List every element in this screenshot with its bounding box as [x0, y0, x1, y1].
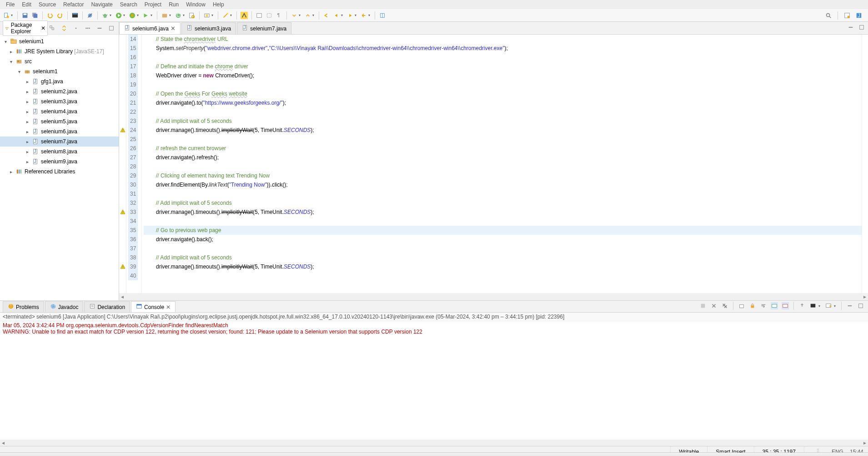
dropdown-arrow-icon[interactable]: ▾: [123, 13, 125, 17]
maximize-view-button[interactable]: [857, 302, 864, 309]
editor-body[interactable]: 1415161718192021222324252627282930313233…: [119, 35, 868, 293]
expand-toggle[interactable]: ▸: [25, 159, 30, 164]
save-all-button[interactable]: [31, 12, 39, 19]
new-class-button[interactable]: C: [175, 12, 182, 19]
maximize-button[interactable]: [108, 25, 115, 32]
view-tab-console[interactable]: Console ✕: [131, 301, 176, 312]
last-edit-button[interactable]: [323, 12, 330, 19]
dropdown-arrow-icon[interactable]: ▾: [299, 13, 301, 17]
scroll-left-icon[interactable]: ◂: [0, 440, 6, 446]
expand-toggle[interactable]: ▾: [3, 39, 8, 44]
menu-run[interactable]: Run: [165, 0, 182, 9]
open-console-button[interactable]: +: [825, 302, 832, 309]
tree-file-selenium2-java[interactable]: ▸ J selenium2.java: [0, 86, 119, 96]
open-type-button[interactable]: [188, 12, 196, 19]
next-annotation-button[interactable]: [291, 12, 298, 19]
tree-file-selenium3-java[interactable]: ▸ J selenium3.java: [0, 96, 119, 106]
marker-bar[interactable]: [119, 35, 126, 293]
dropdown-arrow-icon[interactable]: ▾: [169, 13, 171, 17]
new-button[interactable]: [3, 12, 10, 19]
dropdown-arrow-icon[interactable]: ▾: [368, 13, 370, 17]
package-explorer-tree[interactable]: ▾ selenium1 ▸ JRE System Library [JavaSE…: [0, 35, 119, 300]
dropdown-arrow-icon[interactable]: ▾: [110, 13, 111, 17]
view-menu-button[interactable]: [84, 25, 91, 32]
new-package-button[interactable]: [161, 12, 168, 19]
menu-refactor[interactable]: Refactor: [60, 0, 87, 9]
search-button[interactable]: [203, 12, 211, 19]
forward-history-button[interactable]: [346, 12, 354, 19]
redo-button[interactable]: [56, 12, 64, 19]
expand-toggle[interactable]: ▸: [25, 119, 30, 124]
expand-toggle[interactable]: ▾: [16, 69, 22, 74]
expand-toggle[interactable]: ▸: [25, 79, 30, 84]
show-whitespace-button[interactable]: ¶: [276, 12, 283, 19]
dropdown-arrow-icon[interactable]: ▾: [211, 13, 213, 17]
dropdown-arrow-icon[interactable]: ▾: [183, 13, 185, 17]
dropdown-arrow-icon[interactable]: ▾: [230, 13, 232, 17]
menu-edit[interactable]: Edit: [18, 0, 35, 9]
show-on-stderr-button[interactable]: [782, 302, 789, 309]
prev-annotation-button[interactable]: [304, 12, 311, 19]
minimize-view-button[interactable]: [846, 302, 853, 309]
expand-toggle[interactable]: ▸: [25, 89, 30, 94]
editor-horizontal-scrollbar[interactable]: ◂ ▸: [119, 293, 868, 300]
quick-access-search-icon[interactable]: [825, 12, 832, 19]
clear-console-button[interactable]: [738, 302, 745, 309]
tree-file-gfg1-java[interactable]: ▸ J gfg1.java: [0, 76, 119, 86]
expand-toggle[interactable]: ▸: [25, 149, 30, 154]
menu-navigate[interactable]: Navigate: [87, 0, 116, 9]
dropdown-arrow-icon[interactable]: ▾: [818, 304, 820, 308]
console-horizontal-scrollbar[interactable]: ◂ ▸: [0, 440, 868, 446]
menu-help[interactable]: Help: [209, 0, 228, 9]
scroll-right-icon[interactable]: ▸: [862, 440, 868, 446]
tree-jre[interactable]: ▸ JRE System Library [JavaSE-17]: [0, 46, 119, 56]
expand-toggle[interactable]: ▸: [25, 139, 30, 144]
tree-project[interactable]: ▾ selenium1: [0, 36, 119, 46]
dropdown-arrow-icon[interactable]: ▾: [137, 13, 139, 17]
tree-file-selenium7-java[interactable]: ▸ J selenium7.java: [0, 137, 119, 147]
dropdown-arrow-icon[interactable]: ▾: [11, 13, 13, 17]
back-nav-button[interactable]: [360, 12, 367, 19]
tree-src[interactable]: ▾ src: [0, 56, 119, 66]
close-icon[interactable]: ✕: [166, 304, 171, 310]
tree-file-selenium4-java[interactable]: ▸ J selenium4.java: [0, 106, 119, 117]
dropdown-arrow-icon[interactable]: ▾: [834, 304, 836, 308]
menu-file[interactable]: File: [2, 0, 18, 9]
remove-all-button[interactable]: [721, 302, 728, 309]
maximize-editor-button[interactable]: [858, 24, 865, 31]
debug-button[interactable]: [101, 12, 109, 19]
tree-file-selenium8-java[interactable]: ▸ J selenium8.java: [0, 147, 119, 157]
display-console-button[interactable]: [809, 302, 817, 309]
pin-console-button[interactable]: [798, 302, 806, 309]
terminal-button[interactable]: [71, 12, 79, 19]
menu-window[interactable]: Window: [182, 0, 209, 9]
expand-toggle[interactable]: ▸: [25, 99, 30, 104]
console-output[interactable]: Mar 05, 2024 3:42:44 PM org.openqa.selen…: [0, 321, 868, 440]
menu-source[interactable]: Source: [35, 0, 60, 9]
terminate-relaunch-button[interactable]: [699, 302, 707, 309]
wand-button[interactable]: [222, 12, 229, 19]
dropdown-arrow-icon[interactable]: ▾: [312, 13, 314, 17]
minimize-editor-button[interactable]: [847, 24, 854, 31]
code-area[interactable]: // State the chromedriver URL System.set…: [142, 35, 862, 293]
open-perspective-button[interactable]: [843, 12, 851, 19]
menu-search[interactable]: Search: [116, 0, 141, 9]
editor-tab-selenium6-java[interactable]: J selenium6.java ✕: [119, 22, 181, 34]
dropdown-arrow-icon[interactable]: ▾: [151, 13, 152, 17]
expand-toggle[interactable]: ▸: [8, 49, 14, 54]
editor-tab-selenium3-java[interactable]: J selenium3.java: [181, 22, 236, 34]
expand-toggle[interactable]: ▸: [8, 169, 14, 174]
save-button[interactable]: [21, 12, 29, 19]
undo-button[interactable]: [46, 12, 54, 19]
focus-button[interactable]: [72, 25, 80, 32]
link-editor-button[interactable]: [60, 25, 68, 32]
minimize-button[interactable]: [96, 25, 103, 32]
coverage-button[interactable]: [129, 12, 136, 19]
close-icon[interactable]: ✕: [41, 25, 45, 31]
tree-file-selenium9-java[interactable]: ▸ J selenium9.java: [0, 157, 119, 167]
tree-file-selenium5-java[interactable]: ▸ J selenium5.java: [0, 117, 119, 127]
editor-tab-selenium7-java[interactable]: J selenium7.java: [237, 22, 291, 34]
view-tab-problems[interactable]: ! Problems: [3, 301, 44, 312]
expand-toggle[interactable]: ▾: [8, 59, 14, 64]
remove-launch-button[interactable]: [710, 302, 717, 309]
